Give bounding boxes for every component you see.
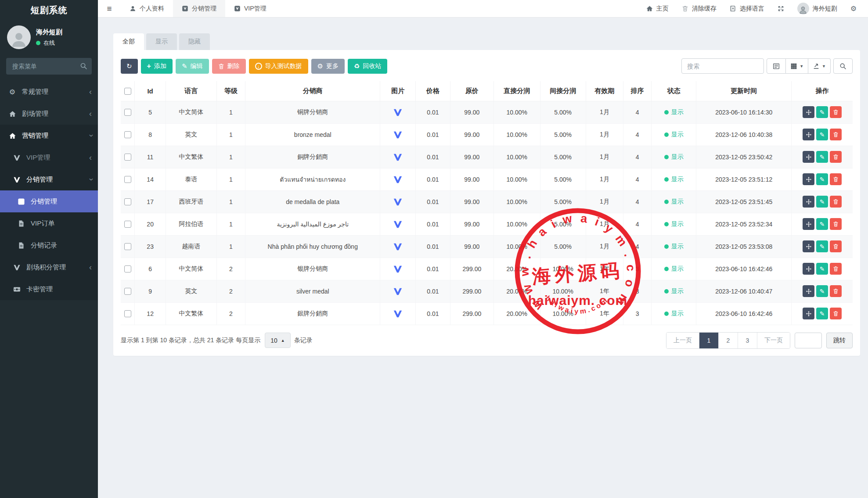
navbar-clear-cache[interactable]: 清除缓存 (682, 5, 717, 13)
sidebar-toggle-icon[interactable]: ≡ (98, 0, 121, 17)
delete-row-button[interactable] (830, 196, 842, 208)
row-checkbox[interactable] (124, 310, 131, 317)
sidebar-item-distribution-management[interactable]: 分销管理‹ (0, 168, 98, 190)
delete-button[interactable]: 删除 (212, 59, 246, 74)
navbar-tab-distribution[interactable]: 分销管理 (173, 0, 225, 17)
edit-row-button[interactable]: ✎ (816, 285, 828, 297)
detail-view-button[interactable] (767, 58, 786, 74)
move-row-button[interactable] (803, 285, 814, 297)
sidebar-item-vip-orders[interactable]: VIP订单 (0, 212, 98, 234)
row-checkbox[interactable] (124, 243, 131, 250)
cell-direct: 20.00% (493, 258, 540, 280)
next-page-button[interactable]: 下一页 (757, 333, 790, 348)
delete-row-button[interactable] (830, 129, 842, 140)
filter-tab-0[interactable]: 全部 (113, 33, 144, 50)
delete-row-button[interactable] (830, 263, 842, 275)
refresh-button[interactable]: ↻ (121, 59, 138, 74)
row-checkbox[interactable] (124, 265, 131, 272)
move-row-button[interactable] (803, 263, 814, 275)
edit-row-button[interactable]: ✎ (816, 173, 828, 185)
delete-row-button[interactable] (830, 308, 842, 319)
navbar-fullscreen[interactable] (778, 5, 784, 12)
select-all-checkbox[interactable] (124, 88, 131, 95)
edit-row-button[interactable]: ✎ (816, 129, 828, 140)
cell-direct: 10.00% (493, 101, 540, 123)
delete-row-button[interactable] (830, 173, 842, 185)
cell-indirect: 5.00% (540, 168, 586, 190)
page-button-3[interactable]: 3 (738, 333, 757, 348)
delete-row-button[interactable] (830, 285, 842, 297)
row-checkbox[interactable] (124, 131, 131, 138)
search-icon[interactable] (80, 62, 87, 70)
import-test-data-button[interactable]: ↓导入测试数据 (249, 59, 308, 74)
sidebar-item-general-management[interactable]: ⚙ 常规管理‹ (0, 81, 98, 103)
prev-page-button[interactable]: 上一页 (666, 333, 699, 348)
edit-row-button[interactable]: ✎ (816, 106, 828, 118)
move-row-button[interactable] (803, 240, 814, 252)
sidebar-item-card-key-management[interactable]: 卡密管理 (0, 278, 98, 300)
row-checkbox[interactable] (124, 154, 131, 161)
sidebar-item-distribution-management-sub[interactable]: 分销管理 (0, 190, 98, 212)
move-row-button[interactable] (803, 106, 814, 118)
column-header-orig: 原价 (450, 81, 493, 101)
sidebar-item-distribution-records[interactable]: 分销记录 (0, 234, 98, 256)
delete-row-button[interactable] (830, 218, 842, 230)
move-row-button[interactable] (803, 196, 814, 208)
sidebar-item-vip-management[interactable]: VIP管理‹ (0, 147, 98, 168)
column-header-indirect: 间接分润 (540, 81, 586, 101)
navbar-account[interactable]: 海外短剧 (797, 3, 837, 14)
vlogo-icon (13, 264, 21, 271)
row-checkbox[interactable] (124, 198, 131, 205)
sidebar-search-input[interactable] (6, 58, 92, 75)
page-jump-button[interactable]: 跳转 (826, 333, 853, 348)
sidebar-item-theater-points-management[interactable]: 剧场积分管理‹ (0, 256, 98, 278)
row-checkbox[interactable] (124, 288, 131, 295)
distributor-logo-icon (393, 287, 403, 296)
row-checkbox[interactable] (124, 109, 131, 116)
edit-row-button[interactable]: ✎ (816, 308, 828, 319)
cell-valid: 1月 (586, 190, 623, 213)
edit-button[interactable]: ✎编辑 (176, 59, 209, 74)
move-row-button[interactable] (803, 151, 814, 163)
page-jump-input[interactable] (795, 333, 822, 348)
gear-icon: ⚙ (9, 88, 15, 96)
sidebar-item-marketing-management[interactable]: 营销管理‹ (0, 125, 98, 147)
move-row-button[interactable] (803, 308, 814, 319)
add-button[interactable]: +添加 (141, 59, 173, 74)
navbar-tab-profile[interactable]: 个人资料 (121, 0, 173, 17)
cell-level: 1 (216, 213, 245, 235)
lang-icon (730, 5, 736, 12)
page-button-1[interactable]: 1 (699, 333, 719, 348)
navbar-language[interactable]: 选择语言 (730, 5, 764, 13)
filter-tab-2[interactable]: 隐藏 (179, 33, 210, 50)
navbar-settings[interactable]: ⚙ (850, 4, 857, 13)
move-row-button[interactable] (803, 218, 814, 230)
row-checkbox[interactable] (124, 176, 131, 183)
move-row-button[interactable] (803, 129, 814, 140)
table-search-input[interactable] (681, 58, 764, 74)
sidebar-item-theater-management[interactable]: 剧场管理‹ (0, 103, 98, 125)
navbar-home[interactable]: 主页 (646, 5, 669, 13)
recycle-bin-button[interactable]: ♻回收站 (348, 59, 387, 74)
delete-row-button[interactable] (830, 240, 842, 252)
per-page-select[interactable]: 10 ▲ (265, 333, 291, 348)
navbar-tab-vip[interactable]: VIP管理 (225, 0, 275, 17)
edit-row-button[interactable]: ✎ (816, 151, 828, 163)
edit-row-button[interactable]: ✎ (816, 218, 828, 230)
move-row-button[interactable] (803, 173, 814, 185)
delete-row-button[interactable] (830, 106, 842, 118)
search-submit-button[interactable] (833, 58, 853, 74)
button-label: 导入测试数据 (265, 62, 302, 70)
page-button-2[interactable]: 2 (719, 333, 738, 348)
cell-name: 銅牌分銷商 (245, 146, 380, 168)
edit-row-button[interactable]: ✎ (816, 263, 828, 275)
export-button[interactable]: ▼ (808, 58, 831, 74)
edit-row-button[interactable]: ✎ (816, 196, 828, 208)
columns-button[interactable]: ▼ (786, 58, 808, 74)
filter-tab-1[interactable]: 显示 (146, 33, 177, 50)
row-checkbox[interactable] (124, 221, 131, 228)
more-button[interactable]: ⚙更多 (311, 59, 345, 74)
delete-row-button[interactable] (830, 151, 842, 163)
edit-row-button[interactable]: ✎ (816, 240, 828, 252)
cell-lang: 英文 (166, 123, 216, 146)
